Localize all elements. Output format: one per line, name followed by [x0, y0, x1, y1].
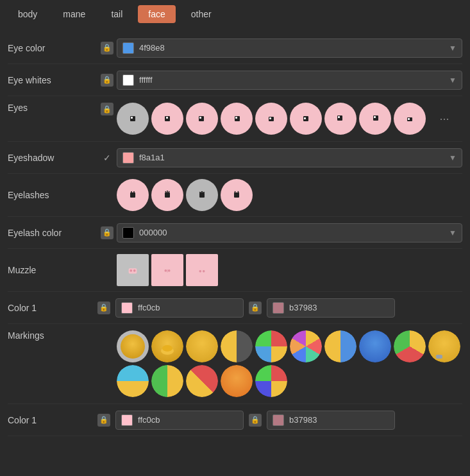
markings-grid: [117, 330, 462, 397]
color1-top-row: Color 1 🔒 ffc0cb 🔒 b37983: [8, 292, 462, 324]
svg-point-43: [162, 345, 172, 352]
eye-option-6[interactable]: [290, 103, 322, 135]
color1-bottom-label: Color 1: [8, 415, 97, 425]
color1-bottom-hex-1: ffc0cb: [138, 415, 238, 425]
eye-whites-lock[interactable]: 🔒: [97, 74, 117, 87]
eyeshadow-hex: f8a1a1: [139, 153, 449, 162]
svg-rect-18: [130, 192, 135, 198]
lock-icon-eyelash[interactable]: 🔒: [101, 226, 113, 239]
eye-option-4[interactable]: [221, 103, 253, 135]
color1-bottom-dropdown-2[interactable]: b37983: [267, 411, 395, 430]
marking-option-14[interactable]: [221, 365, 253, 397]
eyelash-option-1[interactable]: [117, 179, 149, 211]
tab-mane[interactable]: mane: [53, 5, 96, 23]
color1-top-dropdown-2[interactable]: b37983: [267, 298, 395, 318]
eye-option-1[interactable]: [117, 103, 149, 135]
eyes-lock[interactable]: 🔒: [97, 103, 117, 115]
eye-option-3[interactable]: [186, 103, 218, 135]
eyelash-color-row: Eyelash color 🔒 000000 ▼: [8, 217, 462, 249]
eye-whites-dropdown[interactable]: ffffff ▼: [117, 71, 462, 90]
svg-rect-11: [304, 117, 306, 119]
eye-color-label: Eye color: [8, 43, 97, 53]
svg-rect-25: [199, 192, 205, 198]
eye-option-8[interactable]: [359, 103, 391, 135]
marking-option-15[interactable]: [255, 365, 287, 397]
eye-color-lock[interactable]: 🔒: [97, 42, 117, 55]
svg-rect-7: [235, 117, 237, 119]
eye-option-5[interactable]: [255, 103, 287, 135]
eyelash-option-2[interactable]: [151, 179, 183, 211]
svg-point-41: [203, 270, 205, 273]
svg-rect-17: [408, 118, 410, 120]
eye-whites-swatch: [122, 74, 134, 86]
eyeshadow-check[interactable]: ✓: [97, 151, 117, 164]
eye-whites-row: Eye whites 🔒 ffffff ▼: [8, 64, 462, 96]
eyes-grid: ···: [117, 103, 462, 135]
eyelash-option-4[interactable]: [221, 179, 253, 211]
tab-face[interactable]: face: [138, 5, 175, 23]
marking-option-7[interactable]: [324, 330, 357, 362]
marking-option-10[interactable]: [428, 330, 460, 362]
eyeshadow-dropdown[interactable]: f8a1a1 ▼: [117, 148, 462, 167]
svg-rect-5: [199, 117, 201, 119]
svg-line-31: [238, 191, 239, 192]
eye-option-7[interactable]: [324, 103, 357, 135]
marking-option-4[interactable]: [221, 330, 253, 362]
svg-point-34: [133, 269, 136, 272]
color1-top-label: Color 1: [8, 303, 97, 313]
eyeshadow-swatch: [122, 152, 134, 164]
eye-color-dropdown[interactable]: 4f98e8 ▼: [117, 38, 462, 58]
marking-option-8[interactable]: [359, 330, 391, 362]
markings-row: Markings 🔒: [8, 324, 462, 404]
muzzle-option-3[interactable]: [186, 254, 218, 286]
tab-body[interactable]: body: [8, 5, 47, 23]
muzzle-row: Muzzle 🔒: [8, 249, 462, 292]
lock-icon-color1-top-2[interactable]: 🔒: [249, 302, 262, 314]
marking-option-5[interactable]: [255, 330, 287, 362]
lock-icon-color1-bottom-1[interactable]: 🔒: [97, 414, 110, 427]
eye-whites-label: Eye whites: [8, 75, 97, 85]
svg-rect-21: [165, 192, 170, 198]
eyelash-option-3[interactable]: [186, 179, 218, 211]
eyelashes-label: Eyelashes: [8, 190, 97, 200]
lock-icon-color1-bottom-2[interactable]: 🔒: [249, 414, 262, 427]
eye-color-swatch: [122, 42, 134, 54]
lock-icon-color1-top-1[interactable]: 🔒: [97, 302, 110, 314]
muzzle-option-2[interactable]: [151, 254, 183, 286]
tab-tail[interactable]: tail: [101, 5, 133, 23]
eyelash-color-lock[interactable]: 🔒: [97, 226, 117, 239]
svg-rect-1: [131, 117, 133, 119]
eyeshadow-row: Eyeshadow ✓ f8a1a1 ▼: [8, 142, 462, 174]
muzzle-label: Muzzle: [8, 265, 97, 275]
svg-line-30: [235, 191, 235, 192]
marking-option-2[interactable]: [151, 330, 183, 362]
color1-bottom-hex-2: b37983: [289, 415, 389, 425]
svg-point-37: [168, 269, 171, 272]
color1-bottom-dropdown-1[interactable]: ffc0cb: [115, 411, 244, 430]
eye-option-2[interactable]: [151, 103, 183, 135]
marking-option-13[interactable]: [186, 365, 218, 397]
marking-option-11[interactable]: [117, 365, 149, 397]
color1-top-dropdown-1[interactable]: ffc0cb: [115, 298, 244, 318]
tab-other[interactable]: other: [181, 5, 222, 23]
eyelashes-grid: [117, 179, 462, 211]
lock-icon-whites[interactable]: 🔒: [101, 74, 113, 87]
check-icon-eyeshadow[interactable]: ✓: [101, 151, 113, 164]
svg-rect-6: [235, 116, 240, 121]
eyelash-color-dropdown[interactable]: 000000 ▼: [117, 223, 462, 242]
eye-more-button[interactable]: ···: [428, 103, 460, 135]
lock-icon-eyes[interactable]: 🔒: [101, 103, 113, 115]
lock-icon[interactable]: 🔒: [101, 42, 113, 55]
svg-point-40: [199, 270, 201, 273]
svg-line-24: [169, 191, 169, 192]
svg-rect-9: [269, 117, 271, 119]
svg-line-22: [165, 191, 166, 192]
muzzle-option-1[interactable]: [117, 254, 149, 286]
marking-option-12[interactable]: [151, 365, 183, 397]
eyes-label: Eyes: [8, 103, 97, 113]
eye-option-9[interactable]: [394, 103, 426, 135]
marking-option-1[interactable]: [117, 330, 149, 362]
marking-option-6[interactable]: [290, 330, 322, 362]
marking-option-9[interactable]: [394, 330, 426, 362]
marking-option-3[interactable]: [186, 330, 218, 362]
